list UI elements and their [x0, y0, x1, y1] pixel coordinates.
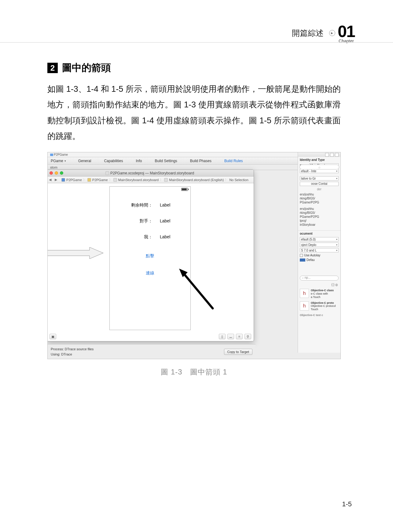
- project-icon: [61, 178, 65, 182]
- builds-for-select[interactable]: oject Deplo▾: [300, 243, 339, 247]
- tab-info[interactable]: Info: [136, 159, 142, 163]
- window-title: P2PGame.xcodeproj — MainStoryboard.story…: [110, 171, 194, 175]
- section-title: 圖中的箭頭: [62, 61, 111, 75]
- outline-toggle-icon[interactable]: ▣: [50, 334, 56, 339]
- battery-icon: [181, 188, 188, 191]
- folder-icon: [87, 178, 91, 182]
- close-icon[interactable]: [50, 171, 53, 175]
- file-icon: [105, 171, 109, 175]
- dropdown-icon: ▾: [64, 159, 66, 162]
- content-area: 2 圖中的箭頭 如圖 1-3、1-4 和 1-5 所示，箭頭用於說明使用者的動作…: [47, 61, 341, 377]
- process-label: Process:: [51, 347, 64, 351]
- jump-seg[interactable]: MainStoryboard.storyboard (English): [169, 178, 224, 182]
- objc-class-icon: h: [300, 289, 309, 298]
- device-toggle-icon[interactable]: ▯: [219, 334, 226, 339]
- tab-build-rules[interactable]: Build Rules: [224, 159, 243, 163]
- device-canvas: 剩余時間： Label 對手： Label 我： Label 點擊 連線: [109, 186, 191, 330]
- tint-swatch-icon[interactable]: [300, 259, 305, 262]
- path-text: der: [298, 187, 340, 192]
- time-remaining-value: Label: [160, 203, 172, 208]
- using-value: DTrace: [61, 352, 72, 356]
- objc-protocol-icon: h: [300, 301, 309, 311]
- traffic-lights: [50, 171, 63, 175]
- page-number: 1-5: [342, 500, 352, 508]
- inspector-mode-icon[interactable]: [335, 153, 339, 157]
- tab-build-phases[interactable]: Build Phases: [190, 159, 211, 163]
- autolayout-label: Use Autolay: [304, 254, 320, 257]
- opponent-label: 對手：: [128, 218, 152, 224]
- connect-button[interactable]: 連線: [110, 270, 190, 276]
- outline-arrow-icon: [47, 247, 103, 259]
- braces-icon[interactable]: { } ◎: [298, 282, 340, 288]
- inspector-filter-input[interactable]: ⌕: [299, 165, 339, 169]
- inspector-mode-icon[interactable]: [325, 153, 329, 157]
- device-status-bar: [110, 187, 190, 192]
- section-number-badge: 2: [47, 63, 58, 73]
- location-select[interactable]: lative to Gr▾: [300, 176, 339, 180]
- svg-line-1: [182, 272, 213, 308]
- svg-marker-0: [47, 247, 103, 259]
- header-title: 開篇綜述: [292, 28, 324, 39]
- jump-bar: ◀ ▶ P2PGame 〉 P2PGame 〉 MainStoryboard.s…: [47, 177, 254, 183]
- library-item[interactable]: h Objective-C proto Objective-C protocol…: [298, 300, 340, 312]
- label-row: 剩余時間： Label: [110, 203, 190, 208]
- tab-general[interactable]: General: [78, 159, 91, 163]
- view-as-select[interactable]: S 7.0 and L▾: [300, 248, 339, 252]
- inspector-section-title: Identity and Type: [298, 157, 340, 163]
- project-tabs: PGame ▾ General Capabilities Info Build …: [48, 157, 340, 165]
- type-select[interactable]: efault - Inte▾: [300, 169, 339, 173]
- folder-icon: [50, 154, 53, 156]
- jump-seg[interactable]: P2PGame: [66, 178, 82, 182]
- nav-back-forward-icon[interactable]: ◀ ▶: [49, 178, 58, 182]
- autolayout-checkbox[interactable]: [300, 254, 303, 257]
- page-header: 開篇綜述 ▶ 01 Chapter: [292, 23, 355, 43]
- tint-label: Defau: [307, 258, 315, 262]
- build-rule-panel: Process: DTrace source files Using: DTra…: [48, 344, 255, 359]
- library-item[interactable]: Objective-C test c: [298, 312, 340, 318]
- me-value: Label: [160, 234, 172, 240]
- process-value: DTrace source files: [65, 347, 94, 351]
- jump-seg[interactable]: P2PGame: [92, 178, 108, 182]
- library-item[interactable]: h Objective-C class e-C class with a Tou…: [298, 288, 340, 300]
- path-text: ers/joshhu rking/BIG5/ PGame/P2PG: [298, 192, 340, 205]
- section-heading: 2 圖中的箭頭: [47, 61, 341, 75]
- zoom-fit-icon[interactable]: =: [236, 334, 243, 339]
- inspector-panel: Identity and Type Name MainStoryboar efa…: [298, 157, 340, 353]
- opens-in-select[interactable]: efault (5.0)▾: [300, 237, 339, 241]
- storyboard-icon: [113, 178, 117, 182]
- project-nav-file: P2PGame: [54, 153, 68, 156]
- body-paragraph: 如圖 1-3、1-4 和 1-5 所示，箭頭用於說明使用者的動作，一般箭尾是動作…: [47, 81, 341, 144]
- tap-button[interactable]: 點擊: [110, 253, 190, 259]
- path-text: ers/joshhu rking/BIG5/ PGame/P2PG lproj/…: [298, 206, 340, 227]
- zoom-icon[interactable]: [60, 171, 63, 175]
- header-bullet-icon: ▶: [329, 30, 335, 36]
- tab-build-settings[interactable]: Build Settings: [155, 159, 177, 163]
- using-label: Using:: [51, 352, 60, 356]
- label-row: 我： Label: [110, 234, 190, 240]
- library-search-input[interactable]: ⌕ np...: [300, 276, 339, 281]
- figure-screenshot: P2PGame PGame ▾ General Capabilities Inf…: [47, 152, 341, 359]
- figure-caption: 圖 1-3 圖中箭頭 1: [47, 367, 341, 377]
- storyboard-icon: [164, 178, 168, 182]
- chapter-block: 01 Chapter: [338, 23, 355, 43]
- drawn-arrow-icon: [179, 269, 222, 318]
- header-rule: [0, 42, 393, 43]
- choose-container-button[interactable]: oose Contai: [300, 182, 339, 186]
- project-name[interactable]: PGame ▾: [51, 159, 66, 163]
- time-remaining-label: 剩余時間：: [128, 203, 152, 208]
- me-label: 我：: [128, 234, 152, 240]
- jump-seg[interactable]: No Selection: [229, 178, 248, 182]
- zoom-in-icon[interactable]: ⚲: [244, 334, 251, 339]
- chapter-number: 01: [338, 23, 355, 39]
- jump-seg[interactable]: MainStoryboard.storyboard: [118, 178, 159, 182]
- inspector-toolbar: [298, 152, 340, 157]
- project-nav-bar: P2PGame: [48, 152, 340, 157]
- opponent-value: Label: [160, 218, 172, 224]
- search-icon: ⌕: [302, 276, 304, 279]
- search-icon: ⌕: [318, 165, 321, 169]
- copy-to-target-button[interactable]: Copy to Target: [224, 349, 252, 355]
- tab-capabilities[interactable]: Capabilities: [104, 159, 123, 163]
- inspector-mode-icon[interactable]: [330, 153, 334, 157]
- minimize-icon[interactable]: [55, 171, 58, 175]
- zoom-out-icon[interactable]: ⚊: [227, 334, 234, 339]
